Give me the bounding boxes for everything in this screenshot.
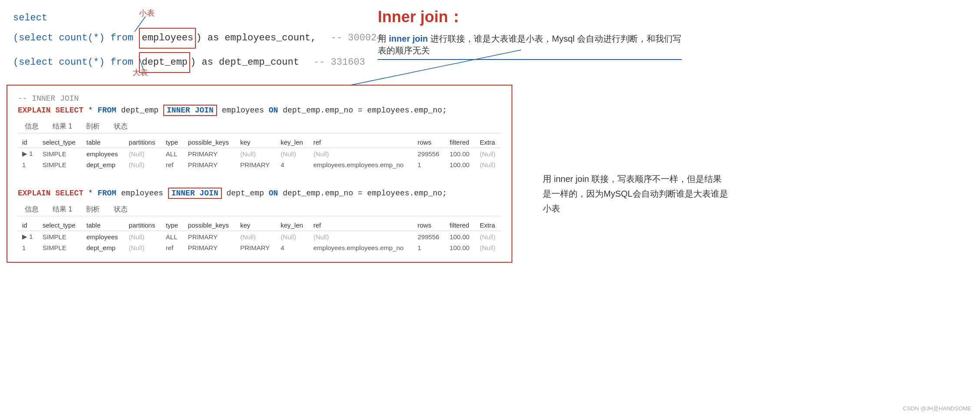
table-row: ▶ 1 SIMPLE employees (Null) ALL PRIMARY … xyxy=(18,148,501,160)
tab-info-1[interactable]: 信息 xyxy=(18,120,46,133)
tab-profile-1[interactable]: 剖析 xyxy=(79,120,107,133)
small-table-label: 小表 xyxy=(139,8,155,18)
table-row: ▶ 1 SIMPLE employees (Null) ALL PRIMARY … xyxy=(18,231,501,243)
inner-join-description: 用 inner join 进行联接，谁是大表谁是小表，Mysql 会自动进行判断… xyxy=(378,33,682,60)
results-table-2: id select_type table partitions type pos… xyxy=(18,220,501,253)
tab-result-2[interactable]: 结果 1 xyxy=(46,203,79,216)
main-content-box: -- INNER JOIN EXPLAIN SELECT * FROM dept… xyxy=(7,85,512,263)
sql-line2: (select count(*) from employees) as empl… xyxy=(13,28,383,49)
tab-bar-1: 信息 结果 1 剖析 状态 xyxy=(18,120,501,133)
table-row: 1 SIMPLE dept_emp (Null) ref PRIMARY PRI… xyxy=(18,159,501,170)
sql-line3: (select count(*) from dept_emp) as dept_… xyxy=(13,52,383,73)
tab-status-2[interactable]: 状态 xyxy=(107,203,135,216)
table-header-row-2: id select_type table partitions type pos… xyxy=(18,220,501,231)
explain-block-2: EXPLAIN SELECT * FROM employees INNER JO… xyxy=(18,188,501,199)
tab-info-2[interactable]: 信息 xyxy=(18,203,46,216)
tab-status-1[interactable]: 状态 xyxy=(107,120,135,133)
tab-result-1[interactable]: 结果 1 xyxy=(46,120,79,133)
inner-join-keyword-2: INNER JOIN xyxy=(168,188,222,199)
sql-comment-line: -- INNER JOIN xyxy=(18,94,501,103)
explain-block-1: EXPLAIN SELECT * FROM dept_emp INNER JOI… xyxy=(18,105,501,116)
big-table-label: 大表 xyxy=(132,67,148,78)
inner-join-keyword-1: INNER JOIN xyxy=(163,105,217,116)
watermark: CSDN @JH是HANDSOME xyxy=(903,405,971,413)
table-row: 1 SIMPLE dept_emp (Null) ref PRIMARY PRI… xyxy=(18,242,501,253)
results-table-1: id select_type table partitions type pos… xyxy=(18,137,501,170)
inner-join-title-section: Inner join： 用 inner join 进行联接，谁是大表谁是小表，M… xyxy=(378,7,682,60)
tab-bar-2: 信息 结果 1 剖析 状态 xyxy=(18,203,501,216)
top-sql-block: select (select count(*) from employees) … xyxy=(13,9,383,73)
inner-join-heading: Inner join： xyxy=(378,7,682,28)
right-annotation-text: 用 inner join 联接，写表顺序不一样，但是结果是一样的，因为MySQL… xyxy=(543,172,729,216)
table-header-row-1: id select_type table partitions type pos… xyxy=(18,137,501,148)
employees-table-highlight: employees xyxy=(139,28,196,49)
tab-profile-2[interactable]: 剖析 xyxy=(79,203,107,216)
sql-line1: select xyxy=(13,9,383,28)
